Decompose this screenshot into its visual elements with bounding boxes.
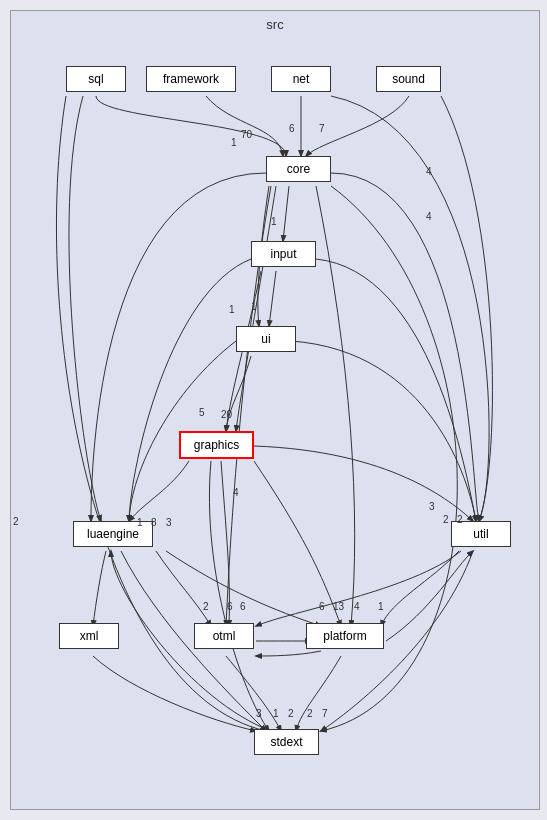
edge-label: 7 [322,708,328,719]
edge-label: 1 [231,137,237,148]
edge-label: 6 [240,601,246,612]
node-input[interactable]: input [251,241,316,267]
edge-label: 4 [426,166,432,177]
edge-label: 2 [457,514,463,525]
edge-label: 5 [199,407,205,418]
edge-label: 20 [221,409,232,420]
edge-label: 1 [229,304,235,315]
node-ui[interactable]: ui [236,326,296,352]
edge-label: 2 [307,708,313,719]
edge-label: 6 [227,601,233,612]
edge-label: 7 [319,123,325,134]
node-graphics[interactable]: graphics [179,431,254,459]
main-container: src [10,10,540,810]
node-framework[interactable]: framework [146,66,236,92]
edge-label: 6 [289,123,295,134]
edge-label: 3 [429,501,435,512]
edge-label: 2 [443,514,449,525]
edge-label: 3 [166,517,172,528]
node-platform[interactable]: platform [306,623,384,649]
edge-label: 2 [203,601,209,612]
node-stdext[interactable]: stdext [254,729,319,755]
edge-label: 2 [13,516,19,527]
edge-label: 8 [151,517,157,528]
edge-label: 1 [137,517,143,528]
diagram-title: src [11,11,539,38]
edge-label: 1 [251,301,257,312]
edge-label: 3 [256,708,262,719]
edge-label: 4 [426,211,432,222]
edge-label: 2 [288,708,294,719]
node-sound[interactable]: sound [376,66,441,92]
edge-label: 4 [233,487,239,498]
edge-label: 1 [271,216,277,227]
node-xml[interactable]: xml [59,623,119,649]
node-otml[interactable]: otml [194,623,254,649]
edge-label: 4 [354,601,360,612]
edge-label: 6 [319,601,325,612]
edge-label: 1 [378,601,384,612]
edge-label: 1 [273,708,279,719]
node-net[interactable]: net [271,66,331,92]
arrows-svg [11,11,539,809]
edge-label: 13 [333,601,344,612]
node-sql[interactable]: sql [66,66,126,92]
edge-label: 70 [241,129,252,140]
node-core[interactable]: core [266,156,331,182]
